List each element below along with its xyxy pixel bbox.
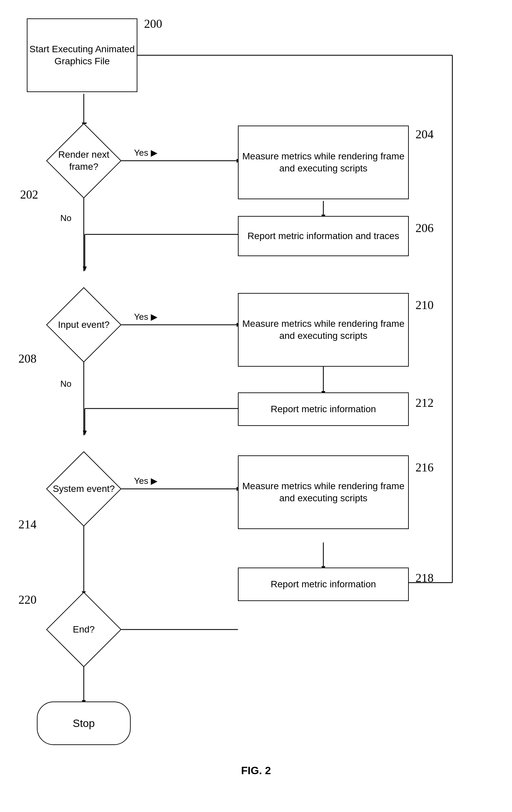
box-218-label: Report metric information (271, 578, 376, 590)
box-212-label: Report metric information (271, 403, 376, 415)
svg-text:Yes ▶: Yes ▶ (134, 476, 158, 486)
diamond-input-label: Input event? (58, 319, 110, 331)
box-216-label: Measure metrics while rendering frame an… (239, 480, 408, 504)
box-218: Report metric information (238, 568, 409, 601)
svg-marker-8 (83, 266, 87, 271)
ref-204: 204 (415, 127, 434, 141)
diamond-render-label: Render next frame? (47, 149, 120, 173)
diamond-system-label: System event? (53, 483, 115, 495)
box-206-label: Report metric information and traces (248, 230, 399, 242)
ref-220: 220 (19, 593, 36, 607)
svg-text:No: No (60, 213, 71, 223)
ref-208: 208 (19, 352, 36, 366)
svg-text:Yes ▶: Yes ▶ (134, 148, 158, 158)
ref-200: 200 (144, 17, 162, 31)
box-206: Report metric information and traces (238, 216, 409, 256)
box-216: Measure metrics while rendering frame an… (238, 455, 409, 529)
box-204: Measure metrics while rendering frame an… (238, 125, 409, 199)
diamond-input: Input event? (47, 288, 120, 361)
diamond-system: System event? (47, 452, 120, 526)
box-210: Measure metrics while rendering frame an… (238, 293, 409, 367)
ref-210: 210 (415, 298, 434, 312)
svg-marker-16 (83, 431, 87, 435)
ref-202: 202 (20, 187, 38, 202)
ref-212: 212 (415, 396, 434, 410)
start-label: Start Executing Animated Graphics File (27, 43, 137, 68)
box-204-label: Measure metrics while rendering frame an… (239, 150, 408, 175)
svg-text:No: No (60, 379, 71, 389)
diamond-end: End? (47, 593, 120, 666)
stop-label: Stop (73, 717, 95, 730)
ref-214: 214 (19, 517, 36, 531)
flowchart-diagram: Yes ▶ Yes ▶ Yes ▶ No No No Start Executi… (0, 0, 512, 787)
stop-box: Stop (37, 701, 131, 745)
diamond-end-label: End? (73, 624, 95, 636)
start-box: Start Executing Animated Graphics File (27, 19, 137, 92)
figure-label: FIG. 2 (241, 764, 271, 777)
ref-216: 216 (415, 460, 434, 474)
diamond-render: Render next frame? (47, 124, 120, 198)
box-212: Report metric information (238, 393, 409, 426)
ref-218: 218 (415, 571, 434, 585)
box-210-label: Measure metrics while rendering frame an… (239, 318, 408, 342)
svg-text:Yes ▶: Yes ▶ (134, 312, 158, 322)
ref-206: 206 (415, 221, 434, 235)
